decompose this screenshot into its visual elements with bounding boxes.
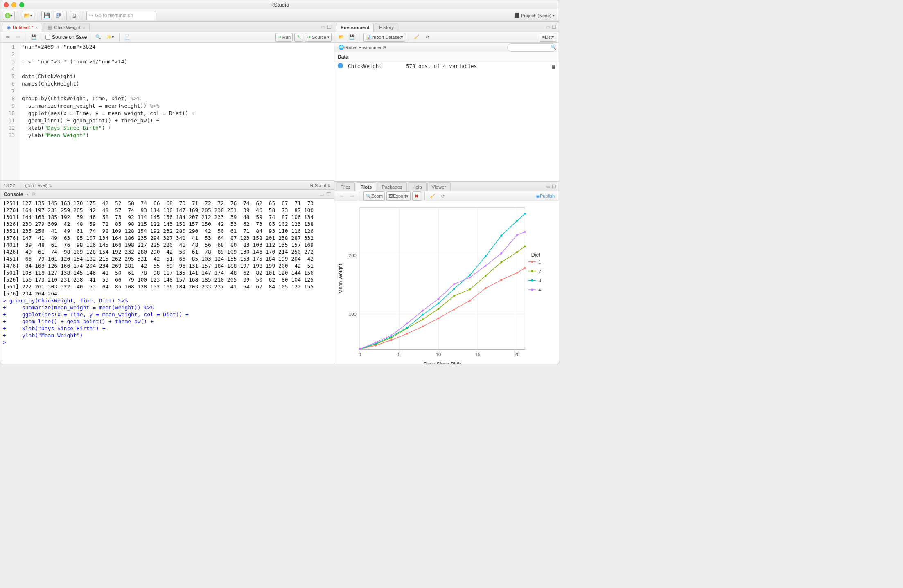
save-source-button[interactable]: 💾 [29, 33, 38, 42]
svg-point-61 [516, 234, 518, 236]
maximize-pane-icon[interactable]: ☐ [326, 191, 331, 197]
svg-point-42 [406, 327, 408, 329]
maximize-pane-icon[interactable]: ☐ [327, 24, 332, 30]
svg-point-73 [531, 279, 533, 282]
zoom-label: Zoom [371, 194, 383, 198]
close-icon[interactable]: × [35, 25, 38, 30]
env-item-desc: 578 obs. of 4 variables [406, 63, 477, 70]
svg-text:2: 2 [538, 269, 541, 274]
toolbar-separator [66, 11, 67, 20]
search-icon: 🔍 [551, 45, 556, 50]
tab-label: Help [412, 185, 422, 189]
view-grid-icon[interactable]: ▦ [552, 63, 555, 70]
tab-label: Files [341, 185, 350, 189]
svg-rect-0 [360, 208, 525, 349]
print-button[interactable]: 🖨 [70, 11, 79, 20]
export-button[interactable]: 🖼 Export ▾ [386, 191, 411, 201]
project-menu[interactable]: ⬛ Project: (None) ▾ [512, 11, 556, 20]
minimize-pane-icon[interactable]: ▭ [321, 24, 325, 30]
goto-placeholder: Go to file/function [95, 13, 133, 18]
svg-point-49 [516, 220, 518, 222]
svg-point-33 [453, 295, 455, 297]
run-button[interactable]: ➔ Run [275, 33, 293, 42]
minimize-pane-icon[interactable]: ▭ [546, 184, 550, 189]
minimize-pane-icon[interactable]: ▭ [546, 24, 550, 30]
svg-point-19 [422, 326, 424, 328]
console-title: Console [4, 191, 23, 197]
svg-point-45 [453, 288, 455, 290]
console-output[interactable]: [251] 127 135 145 163 170 175 42 52 58 7… [0, 199, 334, 364]
file-type-selector[interactable]: R Script ⇅ [310, 183, 331, 188]
tab-environment[interactable]: Environment [336, 23, 374, 32]
svg-point-47 [485, 255, 487, 257]
svg-text:200: 200 [349, 253, 357, 258]
rerun-button[interactable]: ↻ [294, 33, 303, 42]
svg-text:Days Since Birth: Days Since Birth [424, 361, 461, 364]
source-label: Source [312, 35, 326, 40]
svg-text:5: 5 [398, 352, 400, 357]
save-workspace-button[interactable]: 💾 [348, 33, 357, 42]
tab-history[interactable]: History [375, 23, 398, 32]
notebook-button[interactable]: 📄 [123, 33, 132, 42]
scope-selector[interactable]: (Top Level) ⇅ [25, 183, 52, 188]
run-label: Run [282, 35, 291, 40]
save-all-button[interactable]: 🗐 [54, 11, 63, 20]
tab-plots[interactable]: Plots [356, 182, 376, 191]
svg-point-43 [422, 314, 424, 316]
clear-plots-button[interactable]: 🧹 [428, 191, 437, 201]
tab-untitled1[interactable]: ◉ Untitled1* × [2, 23, 42, 32]
expand-icon[interactable] [338, 63, 343, 68]
svg-point-46 [469, 274, 471, 276]
forward-button[interactable]: ⇨ [14, 33, 23, 42]
svg-point-53 [390, 334, 392, 336]
tab-help[interactable]: Help [408, 182, 427, 191]
tab-viewer[interactable]: Viewer [427, 182, 451, 191]
view-label: List [545, 35, 552, 40]
wand-button[interactable]: ✨▾ [104, 33, 116, 42]
find-button[interactable]: 🔍 [94, 33, 103, 42]
svg-point-34 [469, 288, 471, 291]
source-button[interactable]: ➔ Source ▾ [305, 33, 332, 42]
clear-workspace-button[interactable]: 🧹 [412, 33, 421, 42]
code-editor[interactable]: 12345678910111213 "num">2469 + "num">382… [0, 43, 334, 180]
publish-button[interactable]: ◉ Publish [534, 191, 556, 201]
remove-plot-button[interactable]: ✖ [412, 191, 421, 201]
save-button[interactable]: 💾 [41, 11, 52, 20]
view-mode-button[interactable]: ≡ List ▾ [540, 33, 556, 42]
tab-label: Untitled1* [13, 25, 33, 30]
maximize-pane-icon[interactable]: ☐ [552, 24, 556, 30]
svg-point-26 [524, 267, 526, 269]
goto-icon: ↪ [89, 13, 93, 18]
source-on-save-checkbox[interactable]: Source on Save [45, 34, 87, 40]
project-label: Project: (None) [521, 13, 551, 18]
svg-point-58 [469, 277, 471, 279]
prev-plot-button[interactable]: ⇦ [337, 191, 346, 201]
svg-point-22 [469, 300, 471, 302]
open-file-button[interactable]: 📂▾ [22, 11, 34, 20]
env-toolbar: 📂 💾 📊 Import Dataset ▾ 🧹 ⟳ ≡ List ▾ [334, 32, 559, 43]
svg-point-54 [406, 322, 408, 324]
popout-icon[interactable]: ⎘ [32, 191, 35, 197]
table-icon: ▦ [47, 25, 52, 30]
refresh-plot-button[interactable]: ⟳ [439, 191, 448, 201]
goto-file-input[interactable]: ↪ Go to file/function [86, 11, 156, 20]
tab-chickweight[interactable]: ▦ ChickWeight × [43, 23, 90, 32]
tab-label: History [379, 25, 394, 30]
env-search-input[interactable] [507, 43, 556, 52]
svg-point-59 [485, 265, 487, 267]
minimize-pane-icon[interactable]: ▭ [319, 191, 324, 197]
env-item-chickweight[interactable]: ChickWeight 578 obs. of 4 variables ▦ [334, 62, 559, 71]
back-button[interactable]: ⇦ [3, 33, 12, 42]
svg-point-23 [485, 287, 487, 289]
tab-files[interactable]: Files [336, 182, 355, 191]
refresh-button[interactable]: ⟳ [423, 33, 432, 42]
next-plot-button[interactable]: ⇨ [348, 191, 357, 201]
maximize-pane-icon[interactable]: ☐ [552, 184, 556, 189]
load-workspace-button[interactable]: 📂 [337, 33, 346, 42]
tab-packages[interactable]: Packages [377, 182, 407, 191]
close-icon[interactable]: × [83, 25, 85, 30]
scope-selector[interactable]: 🌐 Global Environment ▾ [337, 43, 388, 52]
import-dataset-button[interactable]: 📊 Import Dataset ▾ [363, 33, 405, 42]
zoom-button[interactable]: 🔍 Zoom [363, 191, 385, 201]
new-file-button[interactable]: +▾ [3, 11, 15, 20]
